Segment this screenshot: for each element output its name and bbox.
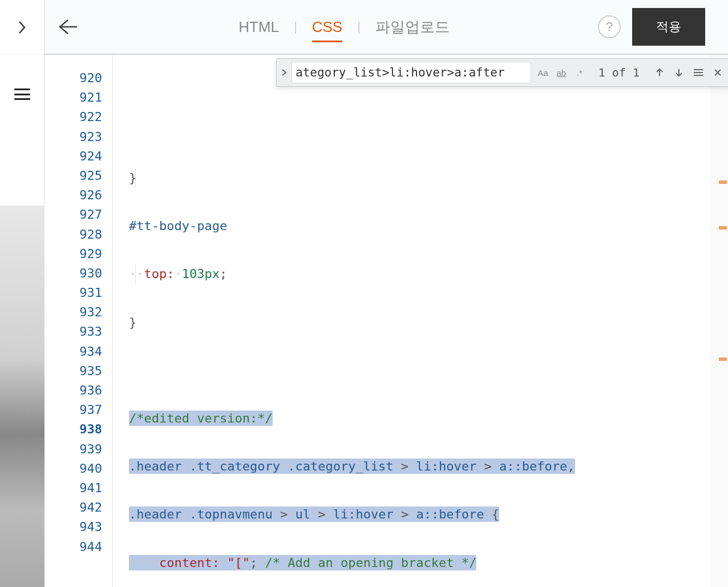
line-number: 928 — [45, 225, 112, 244]
line-number: 923 — [45, 127, 112, 147]
line-number: 921 — [45, 88, 112, 107]
code-line[interactable]: } — [113, 313, 728, 332]
line-number: 942 — [45, 498, 112, 517]
line-number: 926 — [45, 186, 112, 205]
minimap-marker — [719, 180, 727, 184]
line-number: 932 — [45, 303, 112, 322]
hamburger-icon — [14, 89, 30, 100]
code-area[interactable]: ategory_list>li:hover>a:after Aa ab .* 1… — [113, 55, 728, 587]
line-number: 920 — [45, 69, 112, 88]
arrow-up-icon — [654, 67, 665, 78]
line-number: 943 — [45, 517, 112, 537]
minimap-marker — [719, 226, 727, 230]
line-number: 937 — [45, 400, 112, 420]
code-line[interactable]: #tt-body-page — [113, 216, 728, 236]
find-options: Aa ab .* — [531, 64, 592, 81]
apply-button[interactable]: 적용 — [632, 8, 705, 46]
find-whole-word-toggle[interactable]: ab — [553, 64, 570, 81]
find-expand-button[interactable] — [277, 59, 292, 86]
hamburger-button[interactable] — [0, 80, 45, 108]
find-input[interactable]: ategory_list>li:hover>a:after — [292, 62, 531, 83]
line-number-gutter: 9209219229239249259269279289299309319329… — [45, 55, 113, 587]
code-line[interactable] — [113, 361, 728, 380]
preview-thumbnail — [0, 206, 45, 587]
tab-file-upload[interactable]: 파일업로드 — [364, 0, 461, 54]
left-panel — [0, 0, 45, 587]
close-icon — [713, 68, 722, 77]
line-number: 925 — [45, 166, 112, 186]
line-number: 935 — [45, 361, 112, 381]
line-number: 927 — [45, 205, 112, 224]
code-line[interactable]: } — [113, 168, 728, 188]
line-number: 934 — [45, 342, 112, 361]
chevron-right-icon — [17, 19, 27, 35]
line-number: 939 — [45, 440, 112, 459]
tab-css[interactable]: CSS — [301, 0, 354, 54]
find-next-button[interactable] — [672, 65, 686, 80]
line-number: 933 — [45, 322, 112, 341]
line-number: 944 — [45, 537, 112, 557]
find-result-count: 1 of 1 — [592, 66, 646, 79]
code-editor: 9209219229239249259269279289299309319329… — [45, 55, 728, 587]
chevron-right-icon — [281, 68, 288, 77]
panel-top — [0, 0, 44, 55]
help-button[interactable]: ? — [598, 15, 621, 38]
find-nav — [646, 65, 728, 80]
code-line[interactable]: ··top:·103px; — [113, 264, 728, 284]
find-close-button[interactable] — [710, 65, 725, 80]
line-number: 930 — [45, 264, 112, 283]
selection-icon — [693, 68, 704, 77]
find-selection-button[interactable] — [691, 65, 706, 80]
code-line[interactable]: ····content:·"[";·/* Add an opening brac… — [113, 553, 728, 573]
find-case-sensitive-toggle[interactable]: Aa — [535, 64, 552, 81]
line-number: 924 — [45, 147, 112, 166]
line-number: 936 — [45, 381, 112, 400]
find-prev-button[interactable] — [652, 65, 667, 80]
line-number: 931 — [45, 283, 112, 303]
header-right: ? 적용 — [598, 8, 728, 46]
find-regex-toggle[interactable]: .* — [571, 64, 588, 81]
line-number: 941 — [45, 479, 112, 498]
expand-panel-button[interactable] — [12, 17, 33, 38]
code-line[interactable]: .header·.topnavmenu·>·ul·>·li:hover·>·a:… — [113, 505, 728, 524]
tab-separator: | — [354, 19, 364, 34]
line-number: 940 — [45, 459, 112, 479]
back-button[interactable] — [45, 17, 90, 37]
header-tabs: HTML | CSS | 파일업로드 — [90, 0, 598, 54]
arrow-down-icon — [674, 67, 684, 78]
tab-html[interactable]: HTML — [227, 0, 290, 54]
header: HTML | CSS | 파일업로드 ? 적용 — [45, 0, 728, 55]
back-arrow-icon — [55, 17, 79, 37]
find-widget: ategory_list>li:hover>a:after Aa ab .* 1… — [276, 58, 728, 87]
line-number: 922 — [45, 107, 112, 127]
minimap[interactable] — [710, 55, 728, 587]
line-number: 938 — [45, 420, 112, 439]
line-number: 929 — [45, 244, 112, 264]
code-line[interactable]: /*edited version:*/ — [113, 409, 728, 428]
code-line[interactable]: .header·.tt_category·.category_list·>·li… — [113, 457, 728, 476]
minimap-marker — [719, 357, 727, 361]
tab-separator: | — [290, 19, 301, 34]
